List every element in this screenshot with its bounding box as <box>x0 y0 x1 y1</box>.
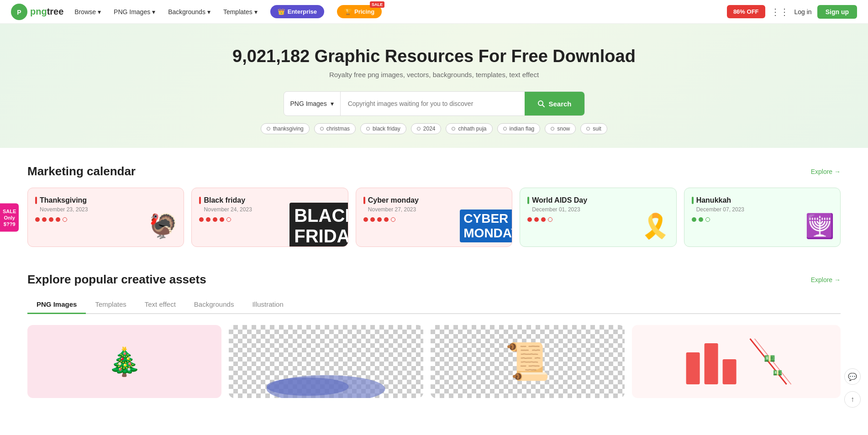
search-type-select[interactable]: PNG Images ▾ <box>284 92 341 115</box>
hero-subtitle: Royalty free png images, vectors, backgr… <box>11 71 857 79</box>
search-icon <box>537 100 545 107</box>
assets-tabs: PNG Images Templates Text effect Backgro… <box>27 296 841 314</box>
calendar-grid: Thanksgiving November 23, 2023 🦃 Black f… <box>27 188 841 247</box>
tab-templates[interactable]: Templates <box>86 296 135 314</box>
tag-christmas[interactable]: christmas <box>314 123 356 134</box>
tag-dot <box>267 127 270 131</box>
search-input[interactable] <box>341 92 525 115</box>
asset-card-christmas[interactable]: 🎄 <box>27 325 221 398</box>
marketing-explore-link[interactable]: Explore → <box>811 168 841 175</box>
svg-text:💵: 💵 <box>773 368 782 377</box>
tag-dot <box>503 127 507 131</box>
chevron-icon: ▾ <box>152 8 155 16</box>
chat-icon: 💬 <box>848 372 857 381</box>
svg-rect-6 <box>686 352 700 384</box>
cal-title: Thanksgiving <box>35 196 176 204</box>
tag-dot <box>452 127 455 131</box>
login-button[interactable]: Log in <box>794 8 812 16</box>
hero-title: 9,021,182 Graphic Resources For Free Dow… <box>11 47 857 66</box>
asset-card-watercolor[interactable] <box>229 325 423 398</box>
black-friday-image: BLACKFRIDAY <box>311 210 343 242</box>
chart-svg: 💵 💵 <box>639 334 833 389</box>
cal-indicator <box>35 197 37 204</box>
scroll-top-button[interactable]: ↑ <box>844 391 861 407</box>
nav-links: PNG Images ▾ Backgrounds ▾ Templates ▾ 👑… <box>114 5 727 18</box>
svg-text:💵: 💵 <box>763 353 775 364</box>
discount-button[interactable]: 86% OFF <box>727 5 765 18</box>
cal-title: Hanukkah <box>692 196 833 204</box>
svg-line-3 <box>542 105 544 107</box>
chevron-down-icon: ▾ <box>331 100 334 107</box>
enterprise-button[interactable]: 👑 Enterprise <box>270 5 324 18</box>
section-header: Marketing calendar Explore → <box>27 164 841 178</box>
tab-illustration[interactable]: Illustration <box>243 296 292 314</box>
svg-rect-8 <box>722 359 736 384</box>
tag-snow[interactable]: snow <box>545 123 576 134</box>
cal-indicator <box>692 197 694 204</box>
nav-right: 86% OFF ⋮⋮ Log in Sign up <box>727 5 857 19</box>
chevron-icon: ▾ <box>207 8 210 16</box>
tag-black-friday[interactable]: black friday <box>360 123 406 134</box>
logo-icon: P <box>11 4 27 20</box>
crown-icon: 👑 <box>278 8 285 15</box>
logo[interactable]: P pngtree <box>11 4 63 20</box>
cal-indicator <box>199 197 201 204</box>
search-bar: PNG Images ▾ Search <box>284 91 585 116</box>
tag-suit[interactable]: suit <box>580 123 607 134</box>
svg-point-5 <box>267 377 349 396</box>
creative-assets-title: Explore popular creative assets <box>27 273 206 287</box>
tab-backgrounds[interactable]: Backgrounds <box>185 296 243 314</box>
arrow-up-icon: ↑ <box>851 395 854 404</box>
cal-title: World AIDS Day <box>527 196 668 204</box>
calendar-card-cyber-monday[interactable]: Cyber monday November 27, 2023 CYBERMOND… <box>356 188 512 247</box>
logo-text: pngtree <box>30 6 63 17</box>
tag-2024[interactable]: 2024 <box>411 123 442 134</box>
creative-explore-link[interactable]: Explore → <box>811 276 841 283</box>
tag-dot <box>586 127 590 131</box>
asset-card-chart[interactable]: 💵 💵 <box>632 325 841 398</box>
tag-dot <box>551 127 554 131</box>
creative-assets-section: Explore popular creative assets Explore … <box>0 263 868 407</box>
chat-button[interactable]: 💬 <box>844 368 861 385</box>
section-header: Explore popular creative assets Explore … <box>27 273 841 287</box>
cyber-monday-image: CYBERMONDAY <box>475 210 507 242</box>
tag-dot <box>320 127 324 131</box>
cal-title: Cyber monday <box>363 196 505 204</box>
hero-section: 9,021,182 Graphic Resources For Free Dow… <box>0 24 868 148</box>
tag-thanksgiving[interactable]: thanksgiving <box>261 123 310 134</box>
world-aids-day-image: 🎗️ <box>640 210 672 242</box>
sale-corner-badge[interactable]: SALE Only $??9 <box>0 203 19 232</box>
calendar-card-black-friday[interactable]: Black friday November 24, 2023 BLACKFRID… <box>191 188 348 247</box>
thanksgiving-image: 🦃 <box>147 210 179 242</box>
calendar-card-hanukkah[interactable]: Hanukkah December 07, 2023 🕎 <box>684 188 841 247</box>
nav-browse[interactable]: Browse ▾ <box>74 8 101 16</box>
calendar-card-world-aids-day[interactable]: World AIDS Day December 01, 2023 🎗️ <box>520 188 676 247</box>
trophy-icon: 🏆 <box>344 8 352 15</box>
chevron-down-icon: ▾ <box>98 8 101 16</box>
watercolor-svg <box>229 362 423 398</box>
chevron-icon: ▾ <box>254 8 258 16</box>
hanukkah-image: 🕎 <box>804 210 836 242</box>
nav-png-images[interactable]: PNG Images ▾ <box>114 8 155 16</box>
tag-chhath-puja[interactable]: chhath puja <box>446 123 492 134</box>
tab-png-images[interactable]: PNG Images <box>27 296 86 314</box>
tag-indian-flag[interactable]: indian flag <box>497 123 541 134</box>
tag-dot <box>366 127 370 131</box>
calendar-card-thanksgiving[interactable]: Thanksgiving November 23, 2023 🦃 <box>27 188 184 247</box>
sale-badge: SALE <box>370 1 384 8</box>
svg-rect-7 <box>704 343 718 384</box>
pricing-button[interactable]: SALE 🏆 Pricing <box>337 5 382 18</box>
cal-indicator <box>363 197 365 204</box>
nav-backgrounds[interactable]: Backgrounds ▾ <box>168 8 210 16</box>
search-button[interactable]: Search <box>525 92 584 115</box>
marketing-calendar-title: Marketing calendar <box>27 164 136 178</box>
marketing-calendar-section: Marketing calendar Explore → Thanksgivin… <box>0 148 868 263</box>
asset-card-scroll[interactable]: 📜 <box>431 325 625 398</box>
signup-button[interactable]: Sign up <box>817 5 857 19</box>
grid-icon[interactable]: ⋮⋮ <box>771 6 789 17</box>
tag-dot <box>417 127 421 131</box>
tab-text-effect[interactable]: Text effect <box>136 296 185 314</box>
nav-templates[interactable]: Templates ▾ <box>223 8 258 16</box>
cal-indicator <box>527 197 529 204</box>
assets-grid: 🎄 📜 💵 💵 <box>27 325 841 398</box>
